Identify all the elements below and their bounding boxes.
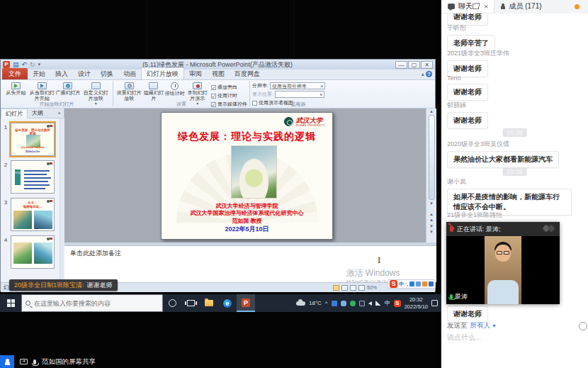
tray-app-icon[interactable] — [332, 301, 337, 306]
checkbox-checked-icon: ✓ — [211, 94, 216, 99]
ime-chinese-icon[interactable]: 中 — [399, 281, 404, 288]
slide-thumbnail-4[interactable]: 4 — [1, 235, 62, 269]
popout-icon[interactable] — [473, 4, 479, 9]
sogou-logo-icon[interactable]: S — [390, 280, 397, 288]
scroll-down-icon[interactable]: ▼ — [426, 201, 436, 206]
sharer-avatar[interactable] — [0, 355, 14, 368]
scrollbar-thumb[interactable] — [429, 115, 435, 200]
ime-keyboard-icon[interactable] — [416, 281, 421, 286]
hide-slide-button[interactable]: 隐藏幻灯片 — [143, 82, 165, 101]
play-narration-checkbox[interactable]: ✓播放旁白 — [211, 84, 247, 91]
slideshow-view-icon[interactable] — [358, 285, 365, 291]
tab-file[interactable]: 文件 — [2, 68, 28, 79]
canvas-scrollbar[interactable]: ▲ ▼ ▲▲ ▼▼ — [426, 108, 436, 242]
task-view-button[interactable] — [181, 294, 200, 312]
mic-icon — [33, 359, 36, 364]
tab-view[interactable]: 视图 — [207, 68, 230, 79]
tray-security-icon[interactable] — [350, 301, 356, 306]
taskbar-search[interactable] — [21, 294, 163, 312]
powerpoint-taskbar-button[interactable]: P — [237, 294, 255, 312]
close-chat-icon[interactable]: × — [484, 3, 488, 11]
tab-slideshow[interactable]: 幻灯片放映 — [141, 67, 184, 79]
send-target-selector[interactable]: 所有人 — [470, 321, 491, 330]
chat-input[interactable] — [447, 333, 582, 341]
network-icon[interactable] — [375, 301, 381, 306]
ime-indicator[interactable]: 中 — [385, 299, 390, 307]
speaker-video-window[interactable]: 正在讲话: 景涛; 景涛 — [446, 222, 560, 304]
maximize-button[interactable]: ▢ — [408, 61, 420, 69]
close-pane-icon[interactable]: × — [57, 110, 64, 116]
tab-transitions[interactable]: 切换 — [96, 68, 118, 79]
slide-thumbnail-2[interactable]: 2 目录 — [1, 160, 62, 194]
file-explorer-button[interactable] — [200, 294, 218, 312]
minimize-button[interactable]: — — [395, 61, 407, 69]
tab-slides[interactable]: 幻灯片 — [1, 108, 28, 118]
edge-button[interactable]: e — [218, 294, 237, 312]
tab-baidu-netdisk[interactable]: 百度网盘 — [230, 68, 265, 79]
setup-slideshow-button[interactable]: 设置幻灯片放映 — [115, 82, 143, 101]
start-button[interactable] — [0, 294, 21, 312]
chat-title: 聊天 — [458, 1, 473, 11]
zoom-level[interactable]: 50% — [367, 285, 377, 290]
members-header[interactable]: 成员 (171) — [494, 0, 588, 13]
chat-notification-overlay: 20级非全日制1班陈宝清: 谢谢老师 — [9, 279, 118, 291]
sogou-tray-icon[interactable]: S — [394, 300, 401, 307]
hidden-icons-chevron[interactable]: ^ — [325, 300, 328, 306]
prev-slide-icon[interactable]: ▲▲ — [426, 211, 436, 223]
save-icon[interactable]: ▤ — [13, 61, 19, 68]
custom-show-icon — [91, 82, 101, 89]
from-beginning-button[interactable]: 从头开始 — [3, 82, 29, 96]
chat-panel: 聊天 × 成员 (171) 谢谢老师 于昕彤 老师辛苦了 2021级非全3班庄学… — [441, 0, 588, 368]
display-position-select[interactable]: ▾ — [275, 91, 324, 98]
chat-message: 谢谢老师 — [447, 306, 488, 323]
cortana-button[interactable] — [163, 294, 181, 312]
timestamp-chip: 20:32 — [502, 167, 527, 176]
tray-mic-icon[interactable] — [341, 301, 346, 306]
volume-icon[interactable] — [368, 301, 372, 306]
ime-skin-icon[interactable] — [422, 281, 427, 286]
weather-icon[interactable] — [296, 301, 305, 306]
notes-pane[interactable]: 单击此处添加备注 I 激活 Windows 转到“设置”以激活 Windows。 — [64, 245, 436, 282]
slide-thumbnail-1[interactable]: 1 绿色发展：理论与实践的逻辑 武汉大学经济与管理学院 2022年5月10日 — [1, 123, 62, 156]
tray-monitor-icon[interactable] — [359, 301, 365, 306]
resolution-select[interactable]: 使用当前分辨率▾ — [270, 82, 325, 89]
taskbar-clock[interactable]: 20:32 2022/5/10 — [405, 296, 428, 311]
ime-punctuation-icon[interactable]: ·, — [405, 281, 408, 286]
tab-outline[interactable]: 大纲 — [28, 108, 47, 118]
next-slide-icon[interactable]: ▼▼ — [426, 223, 436, 235]
undo-icon[interactable]: ↶ — [22, 61, 28, 68]
chevron-down-icon[interactable]: ▼ — [492, 323, 497, 328]
sorter-view-icon[interactable] — [341, 285, 348, 291]
scroll-up-icon[interactable]: ▲ — [426, 108, 436, 113]
broadcast-slideshow-button[interactable]: 广播幻灯片 — [55, 82, 81, 96]
tab-animations[interactable]: 动画 — [118, 68, 141, 79]
help-icon[interactable]: ? — [426, 71, 432, 77]
tab-insert[interactable]: 插入 — [50, 68, 73, 79]
tab-home[interactable]: 开始 — [28, 68, 50, 79]
system-tray: 18°C ^ 中 S 20:32 2022/5/10 — [296, 294, 441, 312]
sogou-ime-toolbar[interactable]: S 中 ·, — [388, 279, 436, 289]
ime-mic-icon[interactable] — [409, 281, 414, 286]
ime-toolbox-icon[interactable] — [429, 281, 434, 286]
group-label-setup: 设置 — [113, 101, 249, 108]
rehearse-timings-button[interactable]: 排练计时 — [164, 82, 185, 96]
action-center-icon[interactable] — [431, 300, 438, 306]
from-current-slide-button[interactable]: 从当前幻灯片开始 — [29, 82, 55, 101]
chat-message: 于昕彤 老师辛苦了 — [447, 23, 495, 52]
search-input[interactable] — [34, 300, 151, 307]
members-icon — [500, 4, 506, 9]
normal-view-icon[interactable] — [333, 285, 339, 291]
edge-icon: e — [223, 299, 232, 308]
notification-dot — [575, 4, 579, 9]
tab-design[interactable]: 设计 — [73, 68, 96, 79]
emoji-icon[interactable] — [579, 322, 587, 330]
temperature[interactable]: 18°C — [309, 300, 322, 306]
reading-view-icon[interactable] — [350, 285, 356, 291]
slides-pane-scrollbar[interactable] — [60, 118, 64, 282]
tab-review[interactable]: 审阅 — [184, 68, 207, 79]
slide-editor[interactable]: 武汉大学 WUHAN UNIVERSITY 绿色发展：理论与实践的逻辑 武汉大学… — [161, 112, 333, 240]
slide-thumbnail-3[interactable]: 3 引子： 海南海花岛… — [1, 198, 62, 231]
use-timings-checkbox[interactable]: ✓使用计时 — [211, 92, 247, 99]
close-button[interactable]: ✕ — [421, 61, 433, 69]
redo-icon[interactable]: ↻ — [30, 61, 35, 68]
